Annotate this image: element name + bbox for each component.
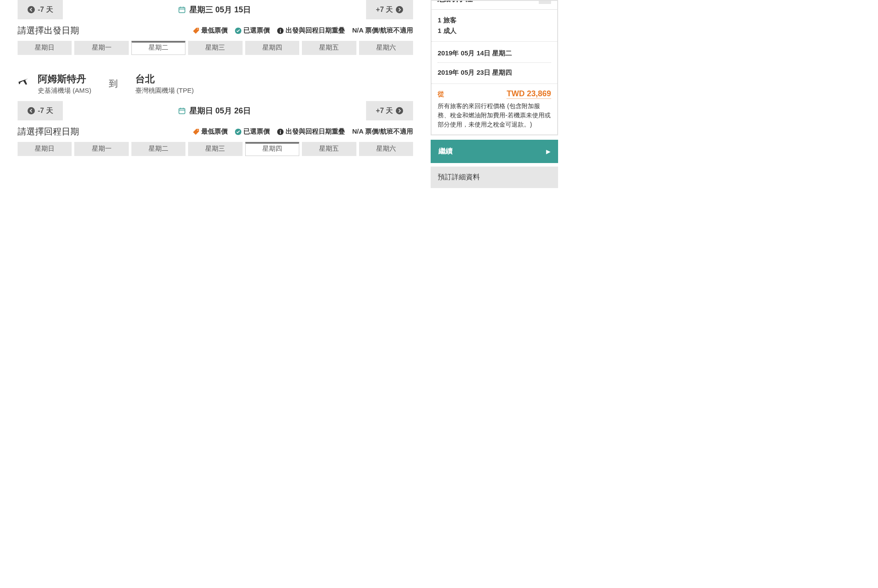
current-week-label: 星期三 05月 15日 [63,0,366,19]
next-week-label: +7 天 [376,5,393,15]
itinerary-title: 您的行程 [438,1,473,4]
next-week-button[interactable]: +7 天 [366,101,413,120]
price-section: 從 TWD 23,869 所有旅客的來回行程價格 (包含附加服務、稅金和燃油附加… [432,83,557,134]
return-section-label: 請選擇回程日期 [18,126,79,138]
check-circle-icon [235,27,242,34]
depart-date-nav: -7 天 星期三 05月 15日 +7 天 [18,0,413,19]
sidebar: 您的行程 + 1 旅客 1 成人 2019年 05月 14日 星期二 2019年… [431,0,558,188]
weekday-header: 星期一 [74,142,128,156]
depart-weekday-row: 星期日星期一星期二星期三星期四星期五星期六 [18,41,413,55]
fare-legend: 最低票價 已選票價 出發與回程日期重疊 N/A 票價/航班不適用 [192,127,413,136]
price-note: 所有旅客的來回行程價格 (包含附加服務、稅金和燃油附加費用-若機票未使用或部分使… [438,102,551,129]
route-from: 阿姆斯特丹 史基浦機場 (AMS) [38,73,91,95]
weekday-header: 星期三 [188,142,242,156]
return-section-header: 請選擇回程日期 最低票價 已選票價 出發與回程日期重疊 N/A 票價/航班不適用 [18,126,413,138]
calendar-icon [178,6,186,14]
chevron-right-icon [395,6,403,14]
depart-date: 2019年 05月 14日 星期二 [438,47,551,59]
fare-legend: 最低票價 已選票價 出發與回程日期重疊 N/A 票價/航班不適用 [192,26,413,35]
depart-section-label: 請選擇出發日期 [18,25,79,36]
next-week-button[interactable]: +7 天 [366,0,413,19]
prev-week-label: -7 天 [38,5,53,15]
route-header: 阿姆斯特丹 史基浦機場 (AMS) 到 台北 臺灣桃園機場 (TPE) [18,73,413,95]
itinerary-card: 您的行程 + 1 旅客 1 成人 2019年 05月 14日 星期二 2019年… [431,0,558,135]
return-date-nav: -7 天 星期日 05月 26日 +7 天 [18,101,413,120]
pax-type: 1 成人 [438,25,551,36]
chevron-left-icon [27,107,35,115]
legend-overlap: 出發與回程日期重疊 [277,26,345,35]
pax-count: 1 旅客 [438,15,551,25]
weekday-header: 星期四 [245,41,299,55]
weekday-header: 星期一 [74,41,128,55]
route-to-city: 台北 臺灣桃園機場 (TPE) [135,73,194,95]
info-circle-icon [277,128,284,135]
price-from-label: 從 [438,90,444,98]
chevron-right-icon [395,107,403,115]
return-weekday-row: 星期日星期一星期二星期三星期四星期五星期六 [18,142,413,156]
weekday-header: 星期五 [302,142,356,156]
total-price: TWD 23,869 [507,89,551,99]
weekday-header: 星期四 [245,142,299,156]
svg-rect-10 [280,30,281,33]
weekday-header: 星期三 [188,41,242,55]
svg-rect-21 [280,131,281,134]
depart-section-header: 請選擇出發日期 最低票價 已選票價 出發與回程日期重疊 N/A 票價/航班不適用 [18,25,413,36]
weekday-header: 星期日 [18,142,72,156]
weekday-header: 星期六 [359,142,413,156]
svg-point-5 [396,6,403,14]
svg-point-16 [396,107,403,115]
prev-week-button[interactable]: -7 天 [18,0,63,19]
add-button[interactable]: + [539,1,551,4]
check-circle-icon [235,128,242,135]
itinerary-title-row: 您的行程 + [432,1,557,10]
weekday-header: 星期日 [18,41,72,55]
prev-week-button[interactable]: -7 天 [18,101,63,120]
plane-icon [18,74,29,86]
chevron-left-icon [27,6,35,14]
legend-na: N/A 票價/航班不適用 [352,26,413,35]
legend-selected: 已選票價 [235,26,270,35]
main-content: -7 天 星期三 05月 15日 +7 天 請選擇出發日期 最低票價 [18,0,413,158]
weekday-header: 星期二 [131,41,185,55]
tag-icon [192,27,200,34]
svg-rect-1 [179,7,185,13]
weekday-header: 星期五 [302,41,356,55]
calendar-icon [178,107,186,115]
route-to-label: 到 [109,78,118,90]
weekday-header: 星期二 [131,142,185,156]
continue-button[interactable]: 繼續 ▶ [431,140,558,163]
svg-rect-12 [179,109,185,114]
info-circle-icon [277,27,284,34]
svg-point-9 [280,29,281,30]
booking-detail-button[interactable]: 預訂詳細資料 [431,167,558,188]
passenger-section: 1 旅客 1 成人 [432,10,557,41]
return-date: 2019年 05月 23日 星期四 [438,62,551,78]
legend-lowest: 最低票價 [192,26,228,35]
dates-section: 2019年 05月 14日 星期二 2019年 05月 23日 星期四 [432,41,557,83]
weekday-header: 星期六 [359,41,413,55]
svg-point-0 [28,6,35,14]
current-week-label: 星期日 05月 26日 [63,101,366,120]
svg-point-20 [280,130,281,131]
caret-right-icon: ▶ [546,149,550,155]
tag-icon [192,128,200,135]
svg-point-11 [28,107,35,115]
